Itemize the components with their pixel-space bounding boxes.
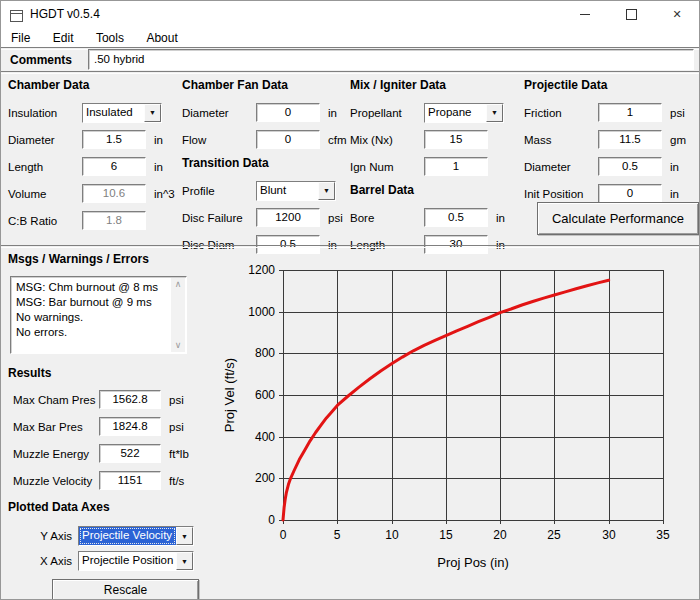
- message-line: No warnings.: [16, 310, 166, 325]
- divider: [0, 71, 700, 74]
- chevron-down-icon[interactable]: ▼: [486, 104, 503, 122]
- unit-label: in: [154, 134, 163, 146]
- x-axis-label: X Axis: [8, 555, 78, 567]
- velocity-chart: 05101520253035020040060080010001200Proj …: [220, 253, 700, 589]
- svg-text:0: 0: [268, 513, 275, 527]
- y-axis-dropdown[interactable]: Projectile Velocity ▼: [78, 526, 194, 546]
- mix-nx-field[interactable]: 15: [424, 130, 488, 149]
- bore-label: Bore: [350, 212, 424, 224]
- unit-label: in: [496, 212, 505, 224]
- chamber-length-label: Length: [8, 161, 82, 173]
- bore-field[interactable]: 0.5: [424, 208, 488, 227]
- fan-diameter-label: Diameter: [182, 107, 256, 119]
- svg-text:5: 5: [334, 528, 341, 542]
- chevron-down-icon[interactable]: ▼: [176, 552, 193, 570]
- titlebar: HGDT v0.5.4 ✕: [0, 0, 700, 28]
- unit-label: psi: [328, 212, 343, 224]
- projectile-data-panel: Projectile Data Friction 1 psi Mass 11.5…: [524, 78, 696, 246]
- insulation-dropdown[interactable]: Insulated ▼: [82, 103, 162, 123]
- mix-nx-label: Mix (Nx): [350, 134, 424, 146]
- cb-ratio-field: 1.8: [82, 211, 146, 230]
- messages-title: Msgs / Warnings / Errors: [8, 252, 220, 272]
- max-cham-pres-field: 1562.8: [99, 390, 161, 409]
- maximize-icon: [626, 9, 637, 20]
- rescale-button[interactable]: Rescale: [52, 579, 199, 600]
- message-line: No errors.: [16, 325, 166, 340]
- chamber-fan-title: Chamber Fan Data: [182, 78, 348, 98]
- chamber-length-field[interactable]: 6: [82, 157, 146, 176]
- unit-label: in: [670, 188, 679, 200]
- y-axis-label: Y Axis: [8, 530, 78, 542]
- window-title: HGDT v0.5.4: [30, 0, 100, 28]
- svg-text:25: 25: [547, 528, 561, 542]
- mix-igniter-title: Mix / Igniter Data: [350, 78, 520, 98]
- propellant-dropdown[interactable]: Propane ▼: [424, 103, 504, 123]
- svg-text:15: 15: [439, 528, 453, 542]
- disc-failure-field[interactable]: 1200: [256, 208, 320, 227]
- divider: [0, 245, 700, 248]
- minimize-button[interactable]: [562, 0, 608, 28]
- svg-text:400: 400: [255, 430, 275, 444]
- init-position-field[interactable]: 0: [598, 184, 662, 203]
- menu-edit[interactable]: Edit: [44, 29, 83, 48]
- unit-label: psi: [169, 421, 184, 433]
- scroll-up-icon[interactable]: ∧: [175, 280, 182, 289]
- unit-label: psi: [670, 107, 685, 119]
- unit-label: ft/s: [169, 475, 184, 487]
- muzzle-velocity-label: Muzzle Velocity: [13, 475, 99, 487]
- svg-text:20: 20: [493, 528, 507, 542]
- max-cham-pres-label: Max Cham Pres: [13, 394, 99, 406]
- proj-diameter-field[interactable]: 0.5: [598, 157, 662, 176]
- unit-label: in: [670, 161, 679, 173]
- svg-text:1200: 1200: [248, 263, 275, 277]
- menu-file[interactable]: File: [2, 29, 39, 48]
- chevron-down-icon[interactable]: ▼: [176, 527, 193, 545]
- unit-label: cfm: [328, 134, 347, 146]
- svg-text:30: 30: [602, 528, 616, 542]
- svg-text:Proj Vel (ft/s): Proj Vel (ft/s): [222, 358, 237, 432]
- svg-text:800: 800: [255, 346, 275, 360]
- messages-scrollbar[interactable]: ∧ ∨: [171, 278, 185, 352]
- chamber-fan-panel: Chamber Fan Data Diameter 0 in Flow 0 cf…: [182, 78, 348, 261]
- init-position-label: Init Position: [524, 188, 598, 200]
- maximize-button[interactable]: [608, 0, 654, 28]
- transition-data-title: Transition Data: [182, 156, 348, 176]
- chamber-data-title: Chamber Data: [8, 78, 178, 98]
- friction-field[interactable]: 1: [598, 103, 662, 122]
- svg-text:600: 600: [255, 388, 275, 402]
- svg-text:0: 0: [280, 528, 287, 542]
- profile-label: Profile: [182, 185, 256, 197]
- propellant-label: Propellant: [350, 107, 424, 119]
- menu-tools[interactable]: Tools: [87, 29, 133, 48]
- chevron-down-icon[interactable]: ▼: [318, 182, 335, 200]
- mix-igniter-panel: Mix / Igniter Data Propellant Propane ▼ …: [350, 78, 520, 261]
- results-title: Results: [8, 366, 220, 386]
- unit-label: in^3: [154, 188, 175, 200]
- x-axis-dropdown[interactable]: Projectile Position ▼: [78, 551, 194, 571]
- menu-about[interactable]: About: [137, 29, 186, 48]
- fan-diameter-field[interactable]: 0: [256, 103, 320, 122]
- unit-label: ft*lb: [169, 448, 189, 460]
- ign-num-field[interactable]: 1: [424, 157, 488, 176]
- chart-svg: 05101520253035020040060080010001200Proj …: [220, 253, 700, 589]
- chamber-diameter-field[interactable]: 1.5: [82, 130, 146, 149]
- chevron-down-icon[interactable]: ▼: [144, 104, 161, 122]
- max-bar-pres-field: 1824.8: [99, 417, 161, 436]
- minimize-icon: [580, 14, 590, 15]
- fan-flow-field[interactable]: 0: [256, 130, 320, 149]
- muzzle-energy-label: Muzzle Energy: [13, 448, 99, 460]
- chamber-volume-field: 10.6: [82, 184, 146, 203]
- chamber-data-panel: Chamber Data Insulation Insulated ▼ Diam…: [8, 78, 178, 237]
- profile-dropdown[interactable]: Blunt ▼: [256, 181, 336, 201]
- comments-input[interactable]: .50 hybrid: [88, 49, 694, 70]
- calculate-performance-button[interactable]: Calculate Performance: [537, 202, 699, 235]
- close-button[interactable]: ✕: [654, 0, 700, 28]
- messages-listbox[interactable]: MSG: Chm burnout @ 8 ms MSG: Bar burnout…: [10, 276, 187, 354]
- chamber-diameter-label: Diameter: [8, 134, 82, 146]
- unit-label: psi: [169, 394, 184, 406]
- mass-field[interactable]: 11.5: [598, 130, 662, 149]
- mass-label: Mass: [524, 134, 598, 146]
- ign-num-label: Ign Num: [350, 161, 424, 173]
- chamber-volume-label: Volume: [8, 188, 82, 200]
- scroll-down-icon[interactable]: ∨: [175, 341, 182, 350]
